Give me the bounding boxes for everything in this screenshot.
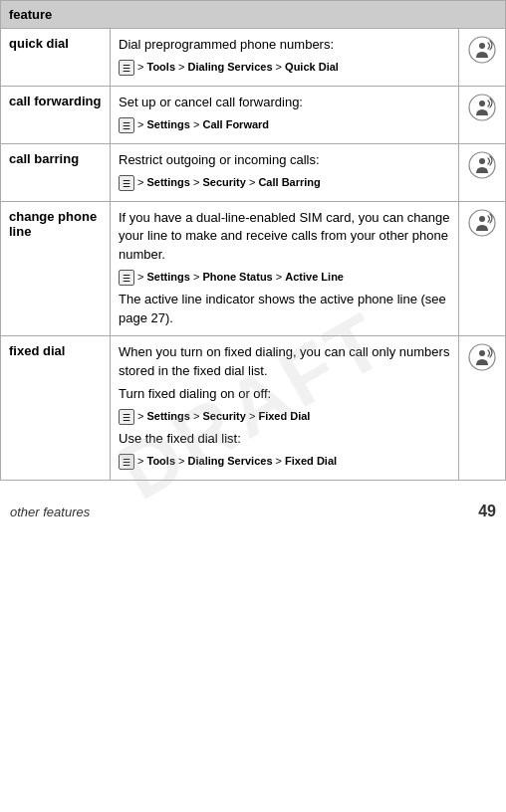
feature-name-cell: call barring xyxy=(1,143,111,201)
menu-icon xyxy=(119,175,134,191)
menu-icon xyxy=(119,60,134,76)
svg-point-4 xyxy=(469,152,495,178)
table-row: call forwardingSet up or cancel call for… xyxy=(1,86,506,143)
description-text: Set up or cancel call forwarding: xyxy=(119,95,303,109)
path-text: > Settings > Security > Fixed Dial xyxy=(137,409,310,425)
menu-path: > Tools > Dialing Services > Quick Dial xyxy=(119,60,450,76)
feature-name-cell: call forwarding xyxy=(1,86,111,143)
svg-point-9 xyxy=(479,350,485,356)
footer-right-text: 49 xyxy=(478,503,496,520)
svg-point-7 xyxy=(479,216,485,222)
feature-icon-cell xyxy=(459,143,506,201)
page-wrapper: feature quick dialDial preprogrammed pho… xyxy=(0,0,506,526)
feature-icon-cell xyxy=(459,29,506,87)
feature-table: feature quick dialDial preprogrammed pho… xyxy=(0,0,506,481)
menu-path: > Tools > Dialing Services > Fixed Dial xyxy=(119,454,450,470)
note-text: The active line indicator shows the acti… xyxy=(119,291,450,328)
table-row: quick dialDial preprogrammed phone numbe… xyxy=(1,29,506,87)
feature-description-cell: Set up or cancel call forwarding: > Sett… xyxy=(111,86,459,143)
feature-description-cell: Restrict outgoing or incoming calls: > S… xyxy=(111,143,459,201)
svg-point-8 xyxy=(469,344,495,370)
feature-icon-cell xyxy=(459,335,506,480)
feature-description-cell: Dial preprogrammed phone numbers: > Tool… xyxy=(111,29,459,87)
svg-point-0 xyxy=(469,37,495,63)
path-text: > Tools > Dialing Services > Fixed Dial xyxy=(137,454,337,470)
menu-path: > Settings > Security > Fixed Dial xyxy=(119,409,450,425)
description-text: Dial preprogrammed phone numbers: xyxy=(119,37,334,52)
feature-icon xyxy=(467,342,497,372)
svg-point-2 xyxy=(469,95,495,120)
feature-icon xyxy=(467,150,497,180)
description-text: If you have a dual-line-enabled SIM card… xyxy=(119,210,449,263)
table-header: feature xyxy=(1,1,506,29)
footer-left-text: other features xyxy=(10,505,90,519)
menu-path: > Settings > Phone Status > Active Line xyxy=(119,270,450,286)
path-text: > Settings > Security > Call Barring xyxy=(137,175,321,191)
feature-description-cell: If you have a dual-line-enabled SIM card… xyxy=(111,201,459,335)
feature-icon xyxy=(467,93,497,122)
menu-prefix: Turn fixed dialing on or off: xyxy=(119,385,450,404)
svg-point-1 xyxy=(479,43,485,49)
menu-icon xyxy=(119,409,134,425)
menu-path: > Settings > Security > Call Barring xyxy=(119,175,450,191)
feature-name-cell: quick dial xyxy=(1,29,111,87)
path-text: > Tools > Dialing Services > Quick Dial xyxy=(137,60,339,76)
svg-point-5 xyxy=(479,158,485,164)
menu-prefix: Use the fixed dial list: xyxy=(119,430,450,449)
feature-name-cell: fixed dial xyxy=(1,335,111,480)
feature-icon-cell xyxy=(459,86,506,143)
svg-point-3 xyxy=(479,101,485,106)
description-text: When you turn on fixed dialing, you can … xyxy=(119,344,449,378)
path-text: > Settings > Call Forward xyxy=(137,117,269,133)
menu-icon xyxy=(119,270,134,286)
menu-icon xyxy=(119,454,134,470)
table-row: fixed dialWhen you turn on fixed dialing… xyxy=(1,335,506,480)
menu-path: > Settings > Call Forward xyxy=(119,117,450,133)
feature-icon-cell xyxy=(459,201,506,335)
feature-icon xyxy=(467,208,497,238)
description-text: Restrict outgoing or incoming calls: xyxy=(119,152,320,167)
footer: other features 49 xyxy=(0,493,506,526)
svg-point-6 xyxy=(469,210,495,236)
table-row: change phone lineIf you have a dual-line… xyxy=(1,201,506,335)
feature-name-cell: change phone line xyxy=(1,201,111,335)
menu-icon xyxy=(119,117,134,133)
table-row: call barringRestrict outgoing or incomin… xyxy=(1,143,506,201)
path-text: > Settings > Phone Status > Active Line xyxy=(137,270,344,286)
feature-icon xyxy=(467,35,497,65)
feature-description-cell: When you turn on fixed dialing, you can … xyxy=(111,335,459,480)
